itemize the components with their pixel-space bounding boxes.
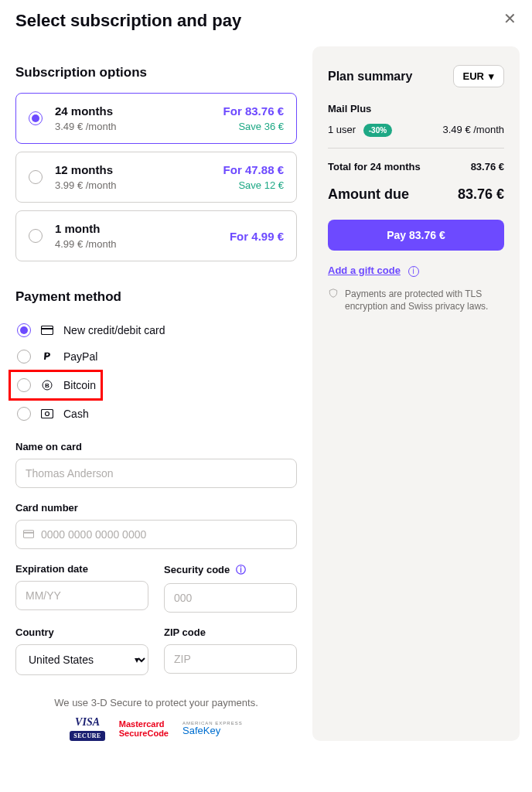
visa-secure-logo: VISA SECURE xyxy=(70,716,104,741)
user-price: 3.49 € /month xyxy=(443,124,505,135)
card-number-input[interactable] xyxy=(15,520,297,549)
radio-icon xyxy=(17,350,31,364)
total-label: Total for 24 months xyxy=(328,161,421,172)
pay-button[interactable]: Pay 83.76 € xyxy=(328,220,504,251)
amount-due-value: 83.76 € xyxy=(458,186,504,203)
plan-name: Mail Plus xyxy=(328,103,504,114)
payment-method-label: Cash xyxy=(63,408,89,420)
subscription-price: For 47.88 € xyxy=(223,163,284,176)
secure-logos: VISA SECURE Mastercard SecureCode AMERIC… xyxy=(15,716,297,741)
subscription-price: For 4.99 € xyxy=(230,230,284,243)
amount-due-label: Amount due xyxy=(328,186,409,203)
info-icon[interactable]: i xyxy=(408,266,419,277)
divider xyxy=(328,148,504,148)
subscription-price: For 83.76 € xyxy=(223,104,284,118)
radio-icon xyxy=(29,111,43,125)
radio-icon xyxy=(17,378,31,392)
subscription-per: 3.99 € /month xyxy=(55,179,211,191)
info-icon[interactable]: ⓘ xyxy=(236,564,246,575)
security-code-label: Security code ⓘ xyxy=(164,563,297,577)
svg-rect-6 xyxy=(23,531,33,538)
subscription-duration: 24 months xyxy=(55,104,211,118)
subscription-section-title: Subscription options xyxy=(15,65,297,80)
currency-select[interactable]: EUR ▾ xyxy=(453,65,504,87)
svg-rect-1 xyxy=(41,328,53,329)
radio-icon xyxy=(17,407,31,421)
expiration-label: Expiration date xyxy=(15,563,148,575)
expiration-input[interactable] xyxy=(15,581,148,610)
zip-input[interactable] xyxy=(164,644,297,674)
payment-method-bitcoin[interactable]: B Bitcoin xyxy=(15,375,96,395)
payment-method-cash[interactable]: Cash xyxy=(15,401,297,427)
svg-rect-4 xyxy=(42,410,53,418)
radio-icon xyxy=(29,170,43,184)
payment-method-paypal[interactable]: PayPal xyxy=(15,343,297,370)
secure-note: We use 3-D Secure to protect your paymen… xyxy=(15,697,297,708)
svg-rect-7 xyxy=(23,532,34,534)
mastercard-securecode-logo: Mastercard SecureCode xyxy=(119,719,169,738)
subscription-duration: 1 month xyxy=(55,222,217,235)
zip-label: ZIP code xyxy=(164,626,297,638)
security-code-input[interactable] xyxy=(164,583,297,613)
plan-summary-title: Plan summary xyxy=(328,70,412,84)
paypal-icon xyxy=(40,350,54,363)
card-icon xyxy=(40,326,54,335)
amex-safekey-logo: AMERICAN EXPRESS SafeKey xyxy=(182,721,243,737)
payment-method-label: PayPal xyxy=(63,350,97,363)
svg-point-5 xyxy=(46,412,49,416)
shield-icon xyxy=(328,288,339,302)
protection-text: Payments are protected with TLS encrypti… xyxy=(345,288,504,314)
name-on-card-input[interactable] xyxy=(15,459,297,488)
svg-rect-0 xyxy=(42,326,53,335)
subscription-duration: 12 months xyxy=(55,163,211,176)
discount-badge: -30% xyxy=(363,124,392,137)
card-number-label: Card number xyxy=(15,502,297,514)
payment-method-label: Bitcoin xyxy=(63,379,96,391)
subscription-option-12[interactable]: 12 months 3.99 € /month For 47.88 € Save… xyxy=(15,152,297,203)
user-count: 1 user xyxy=(328,124,356,135)
cash-icon xyxy=(40,409,54,418)
subscription-per: 3.49 € /month xyxy=(55,121,211,132)
chevron-down-icon: ▾ xyxy=(489,70,494,82)
payment-method-bitcoin-highlight: B Bitcoin xyxy=(9,370,103,401)
country-label: Country xyxy=(15,626,148,638)
payment-method-label: New credit/debit card xyxy=(63,324,165,336)
payment-section-title: Payment method xyxy=(15,289,297,305)
subscription-option-1[interactable]: 1 month 4.99 € /month For 4.99 € xyxy=(15,210,297,261)
payment-method-card[interactable]: New credit/debit card xyxy=(15,317,297,343)
radio-icon xyxy=(17,323,31,337)
subscription-per: 4.99 € /month xyxy=(55,238,217,250)
bitcoin-icon: B xyxy=(40,379,54,391)
subscription-save: Save 36 € xyxy=(223,121,284,132)
svg-text:B: B xyxy=(45,382,49,389)
country-select[interactable]: United States xyxy=(15,644,148,675)
page-title: Select subscription and pay xyxy=(15,11,241,31)
close-icon[interactable]: ✕ xyxy=(503,11,517,26)
card-icon xyxy=(23,528,34,541)
subscription-option-24[interactable]: 24 months 3.49 € /month For 83.76 € Save… xyxy=(15,93,297,144)
add-gift-code-link[interactable]: Add a gift code xyxy=(328,265,401,276)
radio-icon xyxy=(29,229,43,243)
total-value: 83.76 € xyxy=(471,161,504,172)
subscription-save: Save 12 € xyxy=(223,179,284,191)
name-on-card-label: Name on card xyxy=(15,441,297,452)
